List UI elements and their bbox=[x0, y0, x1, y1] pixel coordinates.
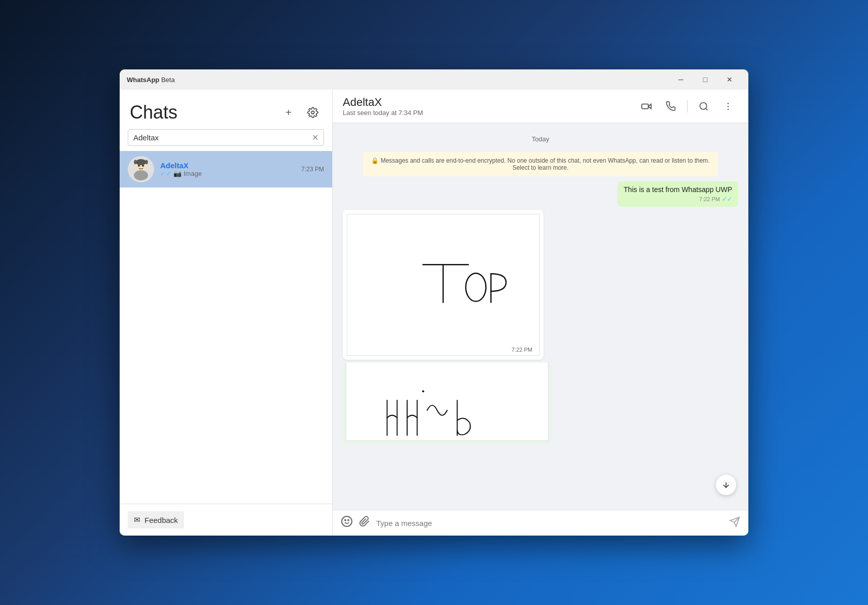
chat-header-name: AdeltaX bbox=[343, 96, 636, 109]
message-bubble-outgoing[interactable]: This is a test from Whatsapp UWP 7:22 PM… bbox=[618, 181, 738, 207]
svg-point-23 bbox=[345, 520, 346, 521]
settings-button[interactable] bbox=[304, 103, 322, 122]
message-row-image-top: 7:22 PM bbox=[343, 210, 738, 360]
svg-point-21 bbox=[422, 390, 424, 392]
main-content: Chats + ✕ bbox=[120, 90, 748, 536]
title-bar: WhatsApp Beta ─ □ ✕ bbox=[120, 69, 748, 90]
svg-point-14 bbox=[466, 273, 486, 301]
chat-area: AdeltaX Last seen today at 7:34 PM bbox=[333, 90, 748, 536]
svg-rect-7 bbox=[642, 104, 648, 108]
svg-point-0 bbox=[311, 111, 314, 114]
feedback-button[interactable]: ✉ Feedback bbox=[128, 511, 184, 528]
encryption-notice[interactable]: 🔒 Messages and calls are end-to-end encr… bbox=[363, 152, 718, 176]
chat-header-info: AdeltaX Last seen today at 7:34 PM bbox=[343, 96, 636, 117]
message-ticks: ✓✓ bbox=[722, 196, 732, 203]
video-call-button[interactable] bbox=[636, 96, 657, 117]
image-message-top[interactable]: 7:22 PM bbox=[343, 210, 544, 360]
close-button[interactable]: ✕ bbox=[718, 71, 741, 88]
sidebar-footer: ✉ Feedback bbox=[120, 504, 332, 536]
attach-button[interactable] bbox=[359, 516, 370, 530]
date-divider: Today bbox=[343, 135, 738, 143]
messages-container[interactable]: Today 🔒 Messages and calls are end-to-en… bbox=[333, 123, 748, 510]
feedback-icon: ✉ bbox=[134, 515, 140, 524]
scroll-to-bottom-button[interactable] bbox=[716, 475, 736, 495]
chat-time-adeltax: 7:23 PM bbox=[301, 166, 324, 173]
emoji-button[interactable] bbox=[341, 515, 353, 531]
avatar-adeltax bbox=[128, 156, 154, 182]
svg-point-9 bbox=[728, 102, 729, 104]
image-message-hello[interactable] bbox=[343, 363, 552, 444]
chat-item-adeltax[interactable]: AdeltaX ✓✓ 📷 Image 7:23 PM bbox=[120, 151, 332, 187]
search-bar: ✕ bbox=[128, 129, 324, 146]
send-button[interactable] bbox=[729, 516, 740, 530]
chat-header: AdeltaX Last seen today at 7:34 PM bbox=[333, 90, 748, 123]
maximize-button[interactable]: □ bbox=[694, 71, 717, 88]
svg-point-24 bbox=[348, 520, 349, 521]
search-clear-button[interactable]: ✕ bbox=[312, 133, 318, 142]
sidebar-header-actions: + bbox=[279, 103, 322, 122]
sidebar-header: Chats + bbox=[120, 90, 332, 129]
more-options-button[interactable] bbox=[718, 96, 738, 117]
sidebar-title: Chats bbox=[130, 102, 177, 123]
svg-point-10 bbox=[728, 105, 729, 107]
chat-name-adeltax: AdeltaX bbox=[160, 161, 295, 170]
chat-header-actions bbox=[636, 96, 738, 117]
chat-input-area bbox=[333, 510, 748, 536]
header-divider bbox=[687, 100, 688, 112]
message-row-outgoing: This is a test from Whatsapp UWP 7:22 PM… bbox=[343, 181, 738, 207]
message-meta: 7:22 PM ✓✓ bbox=[624, 196, 732, 203]
app-window: WhatsApp Beta ─ □ ✕ Chats + bbox=[120, 69, 748, 536]
svg-point-22 bbox=[342, 516, 352, 526]
svg-point-11 bbox=[728, 108, 729, 110]
chat-info-adeltax: AdeltaX ✓✓ 📷 Image bbox=[160, 161, 295, 177]
chat-list: AdeltaX ✓✓ 📷 Image 7:23 PM bbox=[120, 151, 332, 504]
sidebar: Chats + ✕ bbox=[120, 90, 333, 536]
chat-preview-adeltax: ✓✓ 📷 Image bbox=[160, 170, 295, 177]
new-chat-button[interactable]: + bbox=[279, 103, 298, 122]
voice-call-button[interactable] bbox=[661, 96, 681, 117]
chat-search-button[interactable] bbox=[694, 96, 714, 117]
message-input[interactable] bbox=[376, 519, 723, 527]
svg-point-8 bbox=[700, 102, 707, 109]
svg-point-6 bbox=[135, 159, 147, 165]
svg-point-3 bbox=[134, 170, 148, 180]
window-controls: ─ □ ✕ bbox=[669, 71, 741, 88]
chat-header-status: Last seen today at 7:34 PM bbox=[343, 109, 636, 117]
minimize-button[interactable]: ─ bbox=[669, 71, 693, 88]
message-row-image-hello bbox=[343, 363, 738, 444]
search-input[interactable] bbox=[133, 133, 312, 142]
image-time-overlay: 7:22 PM bbox=[510, 347, 534, 353]
app-title: WhatsApp Beta bbox=[127, 76, 669, 84]
